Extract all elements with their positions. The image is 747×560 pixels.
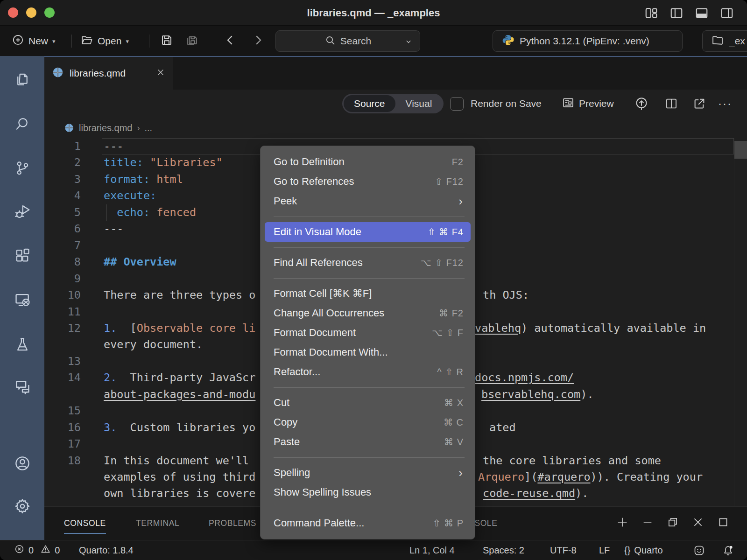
panel-tab-console[interactable]: CONSOLE bbox=[64, 507, 106, 539]
code-text[interactable]: vablehq) automatically available in bbox=[475, 320, 706, 336]
code-text[interactable]: execute: bbox=[104, 188, 156, 204]
code-text[interactable]: Arquero](#arquero)). Creating your bbox=[478, 469, 703, 485]
menu-item-command-palette[interactable]: Command Palette...⇧ ⌘ P bbox=[265, 513, 471, 533]
code-text[interactable]: --- bbox=[104, 138, 123, 154]
panel-restore-icon[interactable] bbox=[667, 516, 679, 530]
comments-icon[interactable] bbox=[0, 371, 44, 403]
code-text[interactable]: about-packages-and-modu bbox=[104, 386, 255, 403]
code-text[interactable]: own libraries is covere bbox=[104, 485, 255, 502]
menu-item-change-all-occurrences[interactable]: Change All Occurrences⌘ F2 bbox=[265, 303, 471, 323]
new-button[interactable]: New ▾ bbox=[12, 26, 56, 56]
settings-gear-icon[interactable] bbox=[0, 490, 44, 523]
panel-add-icon[interactable] bbox=[616, 516, 628, 530]
code-text[interactable]: docs.npmjs.com/ bbox=[475, 370, 574, 386]
chevron-down-icon[interactable] bbox=[404, 37, 413, 49]
save-button[interactable] bbox=[160, 26, 174, 56]
toggle-secondary-sidebar-icon[interactable] bbox=[720, 6, 734, 20]
menu-item-go-to-definition[interactable]: Go to DefinitionF2 bbox=[265, 152, 471, 172]
breadcrumb: libraries.qmd › ... bbox=[44, 118, 747, 138]
menu-item-paste[interactable]: Paste⌘ V bbox=[265, 432, 471, 452]
status-bar: 0 0 Quarto: 1.8.4 Ln 1, Col 4 Spaces: 2 … bbox=[0, 540, 747, 560]
panel-minimize-icon[interactable] bbox=[641, 516, 654, 530]
panel-maximize-icon[interactable] bbox=[717, 516, 729, 530]
menu-item-format-document[interactable]: Format Document⌥ ⇧ F bbox=[265, 323, 471, 343]
save-all-button[interactable] bbox=[185, 26, 200, 56]
search-view-icon[interactable] bbox=[0, 107, 44, 140]
eol-status[interactable]: LF bbox=[599, 540, 610, 560]
problems-status[interactable]: 0 0 bbox=[14, 540, 60, 560]
menu-item-format-cell-k-f[interactable]: Format Cell [⌘K ⌘F] bbox=[265, 284, 471, 303]
breadcrumb-file[interactable]: libraries.qmd bbox=[79, 123, 132, 133]
code-text[interactable]: 1. [Observable core li bbox=[104, 320, 255, 336]
panel-close-icon[interactable] bbox=[692, 516, 704, 530]
code-text[interactable]: format: html bbox=[104, 171, 183, 188]
menu-item-copy[interactable]: Copy⌘ C bbox=[265, 413, 471, 432]
toggle-primary-sidebar-icon[interactable] bbox=[669, 6, 684, 20]
split-editor-icon[interactable] bbox=[664, 90, 678, 118]
language-mode-status[interactable]: {} Quarto bbox=[624, 540, 663, 560]
explorer-icon[interactable] bbox=[0, 63, 44, 96]
cursor-position-status[interactable]: Ln 1, Col 4 bbox=[409, 540, 455, 560]
code-text[interactable]: In this document we'll bbox=[104, 453, 255, 469]
indentation-status[interactable]: Spaces: 2 bbox=[483, 540, 524, 560]
encoding-status[interactable]: UTF-8 bbox=[550, 540, 577, 560]
open-in-new-window-icon[interactable] bbox=[692, 90, 706, 118]
tab-libraries-qmd[interactable]: libraries.qmd bbox=[44, 57, 173, 90]
close-icon[interactable] bbox=[156, 68, 165, 79]
more-actions-button[interactable]: ··· bbox=[718, 90, 732, 118]
interpreter-selector[interactable]: Python 3.12.1 (PipEnv: .venv) bbox=[493, 30, 683, 52]
menu-item-show-spelling-issues[interactable]: Show Spelling Issues bbox=[265, 483, 471, 502]
code-text[interactable]: code-reuse.qmd). bbox=[483, 485, 588, 502]
forward-button[interactable] bbox=[251, 26, 265, 56]
scrollbar-thumb[interactable] bbox=[734, 141, 747, 159]
back-button[interactable] bbox=[223, 26, 237, 56]
menu-item-go-to-references[interactable]: Go to References⇧ F12 bbox=[265, 172, 471, 191]
code-text[interactable]: the core libraries and some bbox=[483, 453, 661, 469]
code-text[interactable]: th OJS: bbox=[483, 287, 529, 303]
menu-item-label: Command Palette... bbox=[274, 517, 364, 529]
toggle-panel-icon[interactable] bbox=[695, 6, 709, 20]
panel-tab-terminal[interactable]: TERMINAL bbox=[136, 507, 179, 539]
render-icon[interactable] bbox=[634, 90, 649, 118]
code-text[interactable]: There are three types o bbox=[104, 287, 255, 303]
workspace-selector[interactable]: _ex bbox=[702, 30, 747, 52]
source-mode-button[interactable]: Source bbox=[344, 95, 395, 112]
remote-explorer-icon[interactable] bbox=[0, 284, 44, 316]
code-text[interactable]: examples of using third bbox=[104, 469, 255, 485]
render-on-save-checkbox[interactable] bbox=[450, 97, 464, 111]
menu-item-format-document-with[interactable]: Format Document With... bbox=[265, 343, 471, 362]
code-text[interactable]: title: "Libraries" bbox=[104, 154, 223, 171]
extensions-icon[interactable] bbox=[0, 239, 44, 272]
breadcrumb-more[interactable]: ... bbox=[144, 123, 152, 133]
menu-item-peek[interactable]: Peek› bbox=[265, 191, 471, 211]
menu-item-find-all-references[interactable]: Find All References⌥ ⇧ F12 bbox=[265, 253, 471, 273]
run-debug-icon[interactable] bbox=[0, 195, 44, 228]
visual-mode-button[interactable]: Visual bbox=[395, 95, 443, 112]
code-text[interactable]: 2. Third-party JavaScr bbox=[104, 370, 255, 386]
quarto-version-status[interactable]: Quarto: 1.8.4 bbox=[79, 540, 134, 560]
search-input[interactable]: Search bbox=[275, 30, 420, 52]
code-text[interactable]: ## Overview bbox=[104, 254, 176, 270]
customize-layout-icon[interactable] bbox=[644, 6, 658, 20]
chevron-down-icon: ▾ bbox=[126, 38, 129, 45]
preview-button[interactable]: Preview bbox=[562, 90, 614, 118]
feedback-smiley-icon[interactable] bbox=[693, 540, 705, 560]
account-icon[interactable] bbox=[0, 447, 44, 480]
panel-tab-problems[interactable]: PROBLEMS bbox=[209, 507, 256, 539]
menu-item-edit-in-visual-mode[interactable]: Edit in Visual Mode⇧ ⌘ F4 bbox=[265, 222, 471, 242]
menu-item-cut[interactable]: Cut⌘ X bbox=[265, 393, 471, 413]
source-visual-toggle: Source Visual bbox=[342, 94, 444, 113]
code-text[interactable]: --- bbox=[104, 221, 123, 237]
menu-item-spelling[interactable]: Spelling› bbox=[265, 463, 471, 483]
notifications-bell-icon[interactable] bbox=[722, 540, 734, 560]
testing-icon[interactable] bbox=[0, 328, 44, 361]
source-control-icon[interactable] bbox=[0, 152, 44, 184]
open-button[interactable]: Open ▾ bbox=[80, 26, 129, 56]
code-text[interactable]: echo: fenced bbox=[104, 204, 196, 221]
code-text[interactable]: 3. Custom libraries yo bbox=[104, 420, 255, 436]
code-text[interactable]: bservablehq.com). bbox=[481, 386, 594, 403]
menu-item-label: Cut bbox=[274, 397, 289, 409]
code-text[interactable]: ated bbox=[489, 420, 516, 436]
menu-item-refactor[interactable]: Refactor...^ ⇧ R bbox=[265, 362, 471, 382]
code-text[interactable]: every document. bbox=[104, 336, 203, 353]
